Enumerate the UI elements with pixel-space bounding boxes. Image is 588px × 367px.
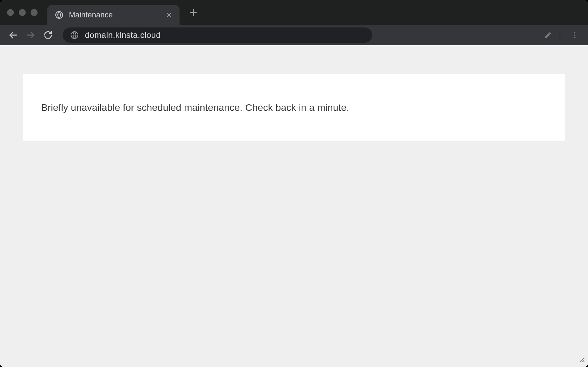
browser-window: Maintenance — [0, 0, 588, 367]
message-card: Briefly unavailable for scheduled mainte… — [23, 74, 565, 141]
close-window-button[interactable] — [7, 9, 14, 16]
forward-button[interactable] — [24, 28, 38, 42]
globe-icon — [55, 11, 63, 19]
toolbar-right — [541, 28, 582, 42]
close-tab-button[interactable] — [165, 11, 173, 19]
reload-button[interactable] — [41, 28, 55, 42]
toolbar-divider — [560, 30, 560, 40]
back-button[interactable] — [6, 28, 20, 42]
window-controls — [7, 9, 38, 16]
svg-point-8 — [574, 32, 575, 34]
svg-point-9 — [574, 34, 575, 36]
toolbar: domain.kinsta.cloud — [0, 25, 588, 45]
menu-button[interactable] — [568, 28, 582, 42]
svg-line-11 — [580, 358, 584, 362]
page-content: Briefly unavailable for scheduled mainte… — [0, 45, 588, 367]
site-info-icon[interactable] — [70, 31, 79, 39]
browser-tab[interactable]: Maintenance — [47, 5, 180, 25]
svg-line-13 — [584, 361, 584, 362]
tab-title: Maintenance — [69, 10, 159, 19]
title-bar: Maintenance — [0, 0, 588, 25]
resize-handle-icon[interactable] — [578, 356, 585, 364]
address-bar[interactable]: domain.kinsta.cloud — [63, 27, 372, 43]
new-tab-button[interactable] — [187, 6, 200, 19]
svg-point-10 — [574, 37, 575, 38]
maintenance-message: Briefly unavailable for scheduled mainte… — [41, 101, 547, 114]
minimize-window-button[interactable] — [19, 9, 26, 16]
maximize-window-button[interactable] — [31, 9, 38, 16]
url-text: domain.kinsta.cloud — [85, 30, 161, 40]
edit-icon[interactable] — [541, 28, 555, 42]
